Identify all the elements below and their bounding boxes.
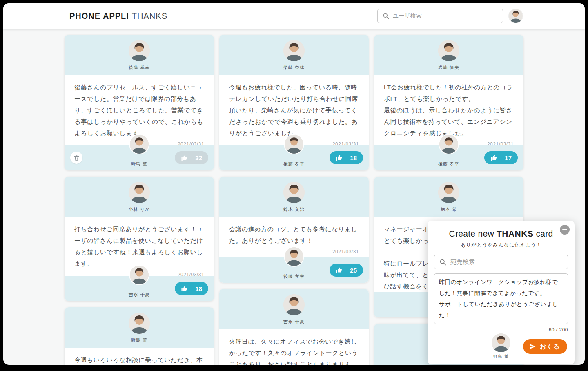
sender-avatar	[492, 333, 510, 352]
app-window: PHONE APPLITHANKS ユーザ検索 後藤 孝幸	[3, 3, 585, 365]
like-button[interactable]: 18	[175, 282, 208, 295]
modal-subtitle: ありがとうをみんなに伝えよう！	[434, 241, 568, 248]
card-message: 会議の進め方のコツ、とても参考になりました。ありがとうございます！	[219, 217, 369, 246]
card-message: 打ち合わせご同席ありがとうございます！ユーザの皆さんに製品を使いこなしていただけ…	[65, 217, 214, 269]
sender-avatar	[438, 182, 459, 203]
thanks-card: 後藤 孝幸 後藤さんのプリセールス、すごく嬉しいニュースでした。営業だけでは限界…	[65, 35, 214, 170]
like-count: 25	[350, 267, 357, 274]
card-message: 今週もいろいろな相談に乗っていただき、本	[65, 348, 214, 365]
sender-name: 鈴木 文治	[219, 206, 369, 212]
recipient-search-placeholder: 宛先検索	[450, 258, 475, 266]
recipient-avatar	[130, 135, 149, 154]
card-message: 今週もお疲れ様でした。困っている時、随時テレカンしていただいたり打ち合わせに同席…	[219, 75, 369, 139]
thumbs-up-icon	[181, 154, 188, 161]
card-header: 小林 りか	[65, 177, 214, 217]
create-thanks-modal: Create newTHANKScard ありがとうをみんなに伝えよう！ 宛先検…	[428, 221, 575, 364]
recipient-avatar	[285, 247, 303, 266]
sender-avatar	[283, 294, 305, 315]
sender-name: 岩崎 恒夫	[374, 65, 523, 71]
recipient-avatar	[285, 135, 303, 154]
card-header: 吉永 千夏	[219, 289, 369, 329]
like-count: 17	[505, 154, 512, 161]
like-count: 18	[350, 154, 357, 161]
sender-name: 小林 りか	[65, 206, 214, 212]
like-count: 18	[195, 285, 202, 292]
recipient-avatar	[130, 266, 149, 284]
card-message: 後藤さんのプリセールス、すごく嬉しいニュースでした。営業だけでは限界の部分もあり…	[65, 75, 214, 139]
sender-avatar	[129, 313, 150, 334]
user-search-placeholder: ユーザ検索	[393, 12, 422, 20]
app-header: PHONE APPLITHANKS ユーザ検索	[3, 3, 585, 29]
user-search-input[interactable]: ユーザ検索	[377, 9, 503, 23]
search-icon	[383, 13, 389, 19]
trash-icon	[74, 155, 80, 161]
modal-title: Create newTHANKScard	[434, 229, 568, 239]
card-header: 柄本 希	[374, 177, 523, 217]
card-footer: 後藤 孝幸 25	[219, 257, 369, 283]
sender-name: 吉永 千夏	[219, 319, 369, 325]
board-column-1: 後藤 孝幸 後藤さんのプリセールス、すごく嬉しいニュースでした。営業だけでは限界…	[65, 35, 214, 365]
modal-title-prefix: Create new	[449, 229, 494, 238]
thanks-card: 野島 菫 今週もいろいろな相談に乗っていただき、本	[65, 307, 214, 365]
search-icon	[439, 259, 446, 266]
modal-title-suffix: card	[536, 229, 553, 238]
card-footer: 野島 菫 32	[65, 145, 214, 170]
thanks-card: 吉永 千夏 火曜日は、久々にオフィスでお会いでき嬉しかったです！久々のオフライン…	[219, 289, 369, 365]
like-count: 32	[195, 154, 202, 161]
logo-phone-appli: PHONE APPLI	[69, 11, 129, 20]
card-header: 岩崎 恒夫	[374, 35, 523, 75]
like-button[interactable]: 32	[175, 151, 208, 164]
sender-name: 野島 菫	[65, 337, 214, 343]
thumbs-up-icon	[490, 154, 497, 161]
message-textarea[interactable]: 昨日のオンラインワークショップお疲れ様でした！無事に開催できてよかったです。 サ…	[434, 273, 568, 324]
send-button[interactable]: おくる	[523, 339, 567, 354]
thumbs-up-icon	[336, 267, 343, 274]
recipient-avatar	[439, 135, 458, 154]
char-counter: 60 / 200	[434, 327, 568, 333]
sender-name: 柄本 希	[374, 206, 523, 212]
modal-sender-name: 野島 菫	[434, 354, 568, 360]
card-header: 柴崎 奈緒	[219, 35, 369, 75]
card-message: LT会お疲れ様でした！初の社外の方とのコラボLT、とても楽しかったです。 最後の…	[374, 75, 523, 139]
modal-title-thanks: THANKS	[497, 229, 534, 238]
minus-icon	[562, 229, 567, 230]
card-header: 鈴木 文治	[219, 177, 369, 217]
thumbs-up-icon	[181, 285, 188, 292]
send-icon	[529, 343, 536, 350]
thanks-card: 鈴木 文治 会議の進め方のコツ、とても参考になりました。ありがとうございます！ …	[219, 177, 369, 283]
thanks-card: 岩崎 恒夫 LT会お疲れ様でした！初の社外の方とのコラボLT、とても楽しかったで…	[374, 35, 523, 170]
sender-avatar	[283, 182, 305, 203]
recipient-search-input[interactable]: 宛先検索	[434, 255, 568, 269]
like-button[interactable]: 25	[330, 264, 363, 277]
thanks-card: 小林 りか 打ち合わせご同席ありがとうございます！ユーザの皆さんに製品を使いこな…	[65, 177, 214, 301]
card-message: 火曜日は、久々にオフィスでお会いでき嬉しかったです！久々のオフライントークという…	[219, 329, 369, 365]
card-footer: 後藤 孝幸 18	[219, 145, 369, 170]
like-button[interactable]: 18	[330, 151, 363, 164]
app-logo: PHONE APPLITHANKS	[69, 11, 167, 21]
sender-avatar	[129, 40, 150, 61]
sender-avatar	[438, 40, 459, 61]
thumbs-up-icon	[336, 154, 343, 161]
thanks-card: 柴崎 奈緒 今週もお疲れ様でした。困っている時、随時テレカンしていただいたり打ち…	[219, 35, 369, 170]
sender-avatar	[283, 40, 305, 61]
send-label: おくる	[540, 343, 560, 351]
card-footer: 吉永 千夏 18	[65, 276, 214, 301]
minimize-button[interactable]	[560, 225, 570, 235]
logo-thanks: THANKS	[132, 11, 167, 20]
modal-footer: 野島 菫 おくる	[434, 333, 568, 359]
card-header: 後藤 孝幸	[65, 35, 214, 75]
sender-name: 柴崎 奈緒	[219, 65, 369, 71]
sender-avatar	[129, 182, 150, 203]
card-footer: 後藤 孝幸 17	[374, 145, 523, 170]
like-button[interactable]: 17	[484, 151, 518, 164]
card-header: 野島 菫	[65, 307, 214, 348]
current-user-avatar[interactable]	[509, 9, 523, 23]
board-column-2: 柴崎 奈緒 今週もお疲れ様でした。困っている時、随時テレカンしていただいたり打ち…	[219, 35, 369, 365]
sender-name: 後藤 孝幸	[65, 65, 214, 71]
